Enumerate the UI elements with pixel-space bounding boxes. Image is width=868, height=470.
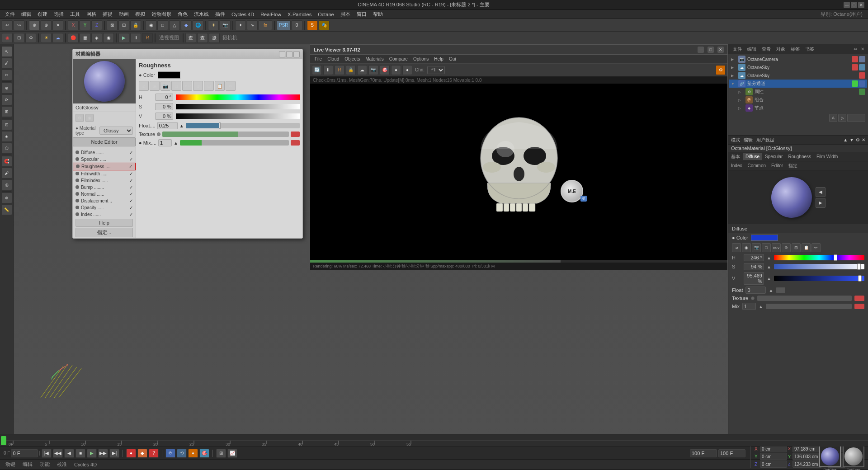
menu-file[interactable]: 文件 — [2, 10, 18, 19]
channel-displacement[interactable]: Displacement .. ✓ — [73, 197, 136, 204]
cone-btn[interactable]: △ — [169, 20, 180, 30]
rp-tab-index[interactable]: Index — [728, 162, 745, 169]
rp-tex-end[interactable] — [854, 296, 864, 301]
end-frame-input[interactable] — [690, 449, 717, 457]
rp-icon-d5[interactable]: HSV — [772, 243, 781, 252]
channel-diffuse[interactable]: Diffuse ...... ✓ — [73, 149, 136, 156]
menu-tools[interactable]: 工具 — [67, 10, 83, 19]
rp-icon-d8[interactable]: 📋 — [802, 243, 811, 252]
rp-icon-d7[interactable]: ⊟ — [792, 243, 801, 252]
rp-icon-d6[interactable]: ⊕ — [782, 243, 791, 252]
anim-go-start[interactable]: |◀ — [42, 449, 52, 458]
oct-render-btn[interactable]: ▶ — [118, 33, 129, 43]
menu-snap[interactable]: 捕捉 — [99, 10, 116, 19]
tree-item-channel[interactable]: ▼ 🔗 坠分通道 — [729, 80, 867, 88]
axis-y-btn[interactable]: Y — [80, 20, 90, 30]
axis-x-btn[interactable]: X — [68, 20, 79, 30]
track-tab-calibrate[interactable]: 校准 — [53, 461, 71, 468]
lv-settings-btn[interactable]: ⚙ — [716, 65, 726, 75]
rp-tab-view[interactable]: 查看 — [759, 45, 774, 53]
rp-tab-bookmarks[interactable]: 书签 — [802, 45, 817, 53]
size-z[interactable] — [793, 461, 822, 468]
rp-mix-input[interactable] — [742, 303, 756, 310]
anim-play-back[interactable]: ◀ — [64, 449, 74, 458]
anim-question[interactable]: ? — [149, 449, 159, 458]
anim-stop[interactable]: ■ — [75, 449, 85, 458]
lv-menu-help[interactable]: Help — [431, 56, 446, 62]
view-btn2[interactable]: 查 — [197, 33, 208, 43]
assign-btn[interactable]: 指定... — [75, 228, 133, 237]
rp-h-slider[interactable] — [774, 255, 864, 260]
lv-btn-refresh[interactable]: 🔄 — [312, 65, 322, 75]
texture-end-dot[interactable] — [291, 132, 300, 137]
undo-btn[interactable]: ↩ — [2, 20, 13, 30]
rp-attr-collapse[interactable]: ▼ — [849, 137, 854, 142]
channel-specular[interactable]: Specular ..... ✓ — [73, 156, 136, 163]
light-btn[interactable]: ☀ — [208, 20, 219, 30]
view-btn3[interactable]: 摄 — [209, 33, 220, 43]
rp-mat-icon1[interactable]: ◀ — [816, 187, 826, 197]
menu-anim[interactable]: 动画 — [116, 10, 132, 19]
close-btn[interactable]: ✕ — [858, 2, 864, 8]
zero-btn[interactable]: 0 — [292, 20, 302, 30]
lv-menu-gui[interactable]: Gui — [446, 56, 459, 62]
channel-icon3[interactable]: 📷 — [160, 81, 170, 91]
timeline-start-marker[interactable] — [1, 436, 6, 445]
rp-tex-slider-bar[interactable] — [757, 296, 852, 301]
mat-ctrl-btn2[interactable]: ◉ — [85, 114, 94, 122]
anim-step-fwd[interactable]: ▶▶ — [98, 449, 108, 458]
rp-mix-slider[interactable] — [766, 304, 852, 309]
tree-item-sky1[interactable]: ▶ ☁ OctaneSky — [729, 63, 867, 71]
mix-end-dot[interactable] — [291, 140, 300, 146]
octane2-btn[interactable]: 🎭 — [319, 20, 330, 30]
smooth-tool[interactable]: ◎ — [1, 179, 12, 190]
rp-s-slider[interactable] — [774, 264, 864, 269]
mat3-btn[interactable]: ◈ — [91, 33, 102, 43]
rp-tab-roughness-main[interactable]: Roughness — [785, 153, 814, 160]
rp-icon-resize[interactable] — [847, 114, 865, 122]
menu-select[interactable]: 选择 — [51, 10, 67, 19]
channel-icon4[interactable]: □ — [171, 81, 181, 91]
rp-icon-a[interactable]: A — [829, 114, 837, 122]
attr-edit-label[interactable]: 编辑 — [744, 137, 753, 143]
channel-filmindex[interactable]: Filmindex ..... ✓ — [73, 177, 136, 184]
roughness-color-swatch[interactable] — [158, 71, 180, 79]
lv-menu-compare[interactable]: Compare — [387, 56, 410, 62]
brush-tool[interactable]: 🖌 — [1, 168, 12, 179]
window-controls[interactable]: — □ ✕ — [844, 2, 864, 8]
pos-y[interactable] — [760, 453, 787, 460]
rp-icon-d1[interactable]: ⌀ — [732, 243, 741, 252]
node-editor-btn[interactable]: Node Editor — [73, 137, 136, 146]
tree-item-node[interactable]: ▷ ◆ 节点 — [729, 104, 867, 112]
texture-dot[interactable] — [157, 132, 160, 136]
help-btn[interactable]: Help — [75, 219, 133, 227]
channel-icon1[interactable]: ⌀ — [139, 81, 149, 91]
maxon-avatar[interactable]: M.E 英 — [561, 180, 583, 202]
mix-increment[interactable]: ▲ — [174, 141, 178, 146]
tree-item-combine[interactable]: ▷ 📦 组合 — [729, 96, 867, 104]
menu-mograph[interactable]: 运动图形 — [148, 10, 175, 19]
mat-editor-close[interactable]: ✕ — [293, 51, 300, 57]
lv-close[interactable]: ✕ — [717, 47, 724, 53]
menu-realflow[interactable]: RealFlow — [257, 11, 284, 18]
menu-cycles[interactable]: Cycles 4D — [228, 11, 257, 18]
rotate-tool[interactable]: ⟳ — [1, 94, 12, 105]
channel-icon6[interactable]: ⊕ — [193, 81, 203, 91]
lv-minimize[interactable]: — — [698, 47, 704, 53]
scale-tool[interactable]: ⊞ — [1, 106, 12, 117]
menu-xparticles[interactable]: X-Particles — [284, 11, 315, 18]
h-slider[interactable] — [176, 94, 300, 100]
anim-cycle-btn[interactable]: ⟳ — [165, 449, 175, 458]
fps-input[interactable] — [718, 449, 745, 457]
lv-menu-materials[interactable]: Materials — [363, 56, 387, 62]
menu-create[interactable]: 创建 — [34, 10, 51, 19]
channel-roughness[interactable]: Roughness .... ✓ — [73, 163, 136, 170]
rp-tab-common-main[interactable]: Common — [745, 162, 769, 169]
maximize-btn[interactable]: □ — [851, 2, 857, 8]
menu-octane[interactable]: Octane — [315, 11, 337, 18]
cube-btn[interactable]: □ — [157, 20, 168, 30]
tree-item-camera[interactable]: ▶ 📷 OctaneCamera — [729, 55, 867, 63]
mat-thumb-1[interactable]: OctGlos — [819, 457, 841, 470]
size-y[interactable] — [793, 453, 822, 460]
menu-window[interactable]: 窗口 — [354, 10, 370, 19]
